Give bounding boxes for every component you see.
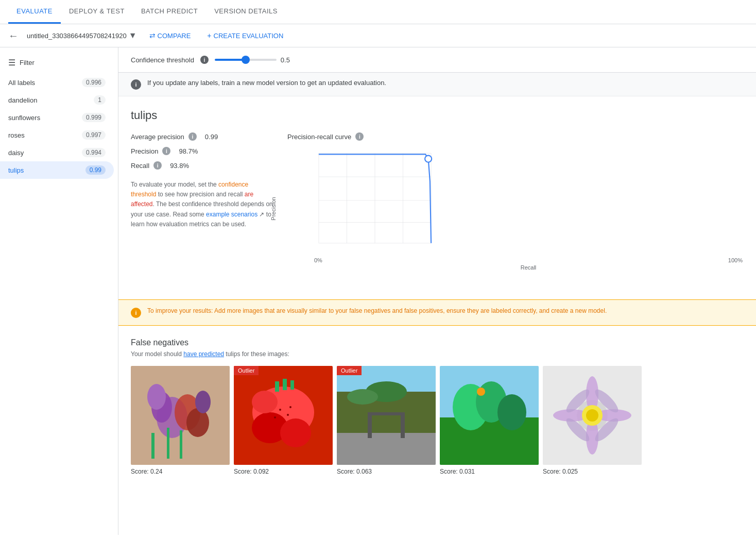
svg-point-29 [289, 406, 291, 408]
image-score-2: Score: 0.063 [337, 468, 436, 475]
image-score-0: Score: 0.24 [131, 468, 230, 475]
model-selector[interactable]: untitled_33038664495708241920 ▼ [27, 31, 137, 40]
model-name: untitled_33038664495708241920 [27, 32, 127, 40]
threshold-slider-container: 0.5 [215, 56, 290, 64]
tab-batch-predict[interactable]: BATCH PREDICT [133, 0, 206, 24]
threshold-slider[interactable] [215, 59, 277, 61]
sidebar-item-label: daisy [8, 149, 24, 157]
svg-point-27 [287, 414, 289, 416]
create-evaluation-button[interactable]: + CREATE EVALUATION [203, 28, 287, 43]
model-bar: ← untitled_33038664495708241920 ▼ ⇄ COMP… [0, 24, 756, 47]
svg-point-20 [195, 391, 211, 413]
tip-banner-text: To improve your results: Add more images… [147, 307, 607, 314]
sidebar-item-tulips[interactable]: tulips 0.99 [0, 161, 114, 179]
chart-info-icon[interactable]: i [355, 132, 364, 141]
svg-rect-16 [151, 433, 154, 459]
chart-x-start: 0% [314, 257, 322, 263]
sidebar-item-score: 0.999 [82, 113, 106, 122]
sidebar-item-daisy[interactable]: daisy 0.994 [0, 144, 114, 161]
compare-label: COMPARE [158, 32, 191, 40]
false-negatives-section: False negatives Your model should have p… [118, 338, 756, 488]
chart-wrapper: Precision [287, 147, 744, 271]
sidebar-item-label: sunflowers [8, 114, 40, 122]
sidebar-item-score: 0.997 [82, 130, 106, 140]
image-card-2[interactable]: Outlier Score: 0.063 [337, 366, 436, 475]
sidebar-item-score: 0.994 [82, 148, 106, 157]
recall-value: 93.8% [170, 162, 189, 170]
svg-point-25 [252, 391, 278, 413]
example-scenarios-link[interactable]: example scenarios [206, 211, 257, 218]
recall-row: Recall i 93.8% [131, 161, 275, 170]
info-banner-text: If you update any labels, train a new mo… [147, 79, 386, 87]
filter-header[interactable]: ☰ Filter [0, 56, 118, 74]
threshold-value: 0.5 [281, 56, 290, 64]
sidebar-item-score: 0.99 [85, 165, 106, 175]
content-inner: tulips Average precision i 0.99 Precisio… [118, 96, 756, 299]
threshold-info-icon[interactable]: i [200, 56, 209, 64]
avg-precision-row: Average precision i 0.99 [131, 132, 275, 141]
image-score-1: Score: 0.092 [234, 468, 333, 475]
chart-x-axis-labels: 0% 100% [313, 257, 744, 263]
sidebar-item-sunflowers[interactable]: sunflowers 0.999 [0, 109, 114, 126]
outlier-badge-2: Outlier [337, 366, 362, 375]
dropdown-arrow-icon: ▼ [129, 31, 137, 40]
image-card-0[interactable]: Score: 0.24 [131, 366, 230, 475]
info-banner-icon: i [131, 79, 141, 90]
chart-title: Precision-recall curve i [287, 132, 744, 141]
filter-icon: ☰ [8, 58, 15, 68]
top-tabs: EVALUATE DEPLOY & TEST BATCH PREDICT VER… [0, 0, 756, 24]
recall-info-icon[interactable]: i [153, 161, 162, 170]
tip-banner-icon: i [131, 308, 141, 318]
svg-point-10 [425, 156, 432, 162]
svg-rect-17 [167, 428, 169, 459]
image-score-4: Score: 0.025 [543, 468, 642, 475]
image-thumb-1: Outlier [234, 366, 333, 465]
content-area: Confidence threshold i 0.5 i If you upda… [118, 47, 756, 535]
svg-rect-32 [290, 380, 294, 390]
compare-button[interactable]: ⇄ COMPARE [145, 28, 195, 43]
image-thumb-3 [440, 366, 539, 465]
sidebar-item-roses[interactable]: roses 0.997 [0, 126, 114, 144]
svg-rect-37 [368, 412, 372, 438]
precision-recall-chart [313, 147, 437, 255]
svg-rect-31 [283, 379, 287, 390]
image-thumb-4 [543, 366, 642, 465]
svg-point-41 [347, 389, 378, 405]
main-layout: ☰ Filter All labels 0.996 dandelion 1 su… [0, 47, 756, 535]
tip-banner: i To improve your results: Add more imag… [118, 299, 756, 326]
sidebar-item-All-labels[interactable]: All labels 0.996 [0, 74, 114, 91]
svg-point-26 [279, 409, 281, 411]
create-eval-label: CREATE EVALUATION [214, 32, 284, 40]
recall-label: Recall [131, 162, 149, 170]
tab-deploy-test[interactable]: DEPLOY & TEST [61, 0, 133, 24]
sidebar-item-label: tulips [8, 166, 24, 174]
chart-x-end: 100% [728, 257, 743, 263]
image-card-3[interactable]: Score: 0.031 [440, 366, 539, 475]
chart-x-axis-title: Recall [313, 264, 744, 271]
have-predicted-link[interactable]: have predicted [183, 350, 224, 358]
svg-rect-38 [401, 412, 405, 438]
svg-point-28 [274, 416, 276, 418]
compare-icon: ⇄ [149, 31, 156, 40]
image-card-4[interactable]: Score: 0.025 [543, 366, 642, 475]
precision-value: 98.7% [179, 147, 198, 155]
svg-rect-30 [275, 381, 279, 392]
avg-precision-info-icon[interactable]: i [188, 132, 197, 141]
back-icon[interactable]: ← [8, 30, 19, 42]
image-score-3: Score: 0.031 [440, 468, 539, 475]
tab-evaluate[interactable]: EVALUATE [8, 0, 61, 24]
image-card-1[interactable]: Outlier Score: 0.092 [234, 366, 333, 475]
chart-svg [313, 147, 437, 255]
image-thumb-2: Outlier [337, 366, 436, 465]
images-grid: Score: 0.24Outlier Score: 0.092Outlier S… [131, 366, 744, 475]
label-title: tulips [131, 109, 744, 122]
sidebar-item-dandelion[interactable]: dandelion 1 [0, 91, 114, 109]
tab-version-details[interactable]: VERSION DETAILS [206, 0, 286, 24]
precision-info-icon[interactable]: i [162, 147, 170, 155]
svg-point-59 [586, 409, 598, 422]
chart-title-text: Precision-recall curve [287, 133, 351, 141]
sidebar: ☰ Filter All labels 0.996 dandelion 1 su… [0, 47, 118, 535]
false-negatives-title: False negatives [131, 338, 744, 347]
confidence-threshold-bar: Confidence threshold i 0.5 [118, 47, 756, 73]
precision-label: Precision [131, 147, 158, 155]
